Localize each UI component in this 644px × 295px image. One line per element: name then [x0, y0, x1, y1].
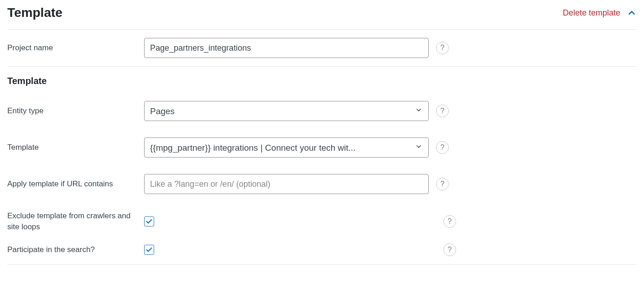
exclude-crawlers-checkbox[interactable] [144, 216, 154, 227]
project-name-input[interactable] [144, 38, 429, 58]
help-icon[interactable]: ? [436, 141, 449, 154]
question-mark-icon: ? [441, 44, 445, 52]
entity-type-select[interactable]: Pages [144, 101, 429, 121]
collapse-toggle[interactable] [627, 8, 637, 18]
question-mark-icon: ? [441, 180, 445, 188]
divider [7, 264, 637, 265]
chevron-up-icon [627, 8, 637, 18]
help-icon[interactable]: ? [443, 215, 456, 228]
question-mark-icon: ? [448, 217, 452, 226]
template-subheading: Template [7, 67, 637, 93]
check-icon [145, 218, 153, 225]
apply-url-input[interactable] [144, 174, 429, 194]
participate-search-label: Participate in the search? [7, 244, 144, 255]
template-select[interactable]: {{mpg_partner}} integrations | Connect y… [144, 137, 429, 158]
page-title: Template [7, 5, 62, 20]
question-mark-icon: ? [441, 107, 445, 115]
check-icon [145, 246, 153, 253]
template-select-label: Template [7, 142, 144, 153]
help-icon[interactable]: ? [436, 42, 449, 54]
question-mark-icon: ? [448, 246, 452, 254]
apply-url-label: Apply template if URL contains [7, 179, 144, 190]
delete-template-link[interactable]: Delete template [563, 8, 620, 18]
help-icon[interactable]: ? [443, 243, 456, 256]
exclude-crawlers-label: Exclude template from crawlers and site … [7, 211, 144, 232]
participate-search-checkbox[interactable] [144, 245, 154, 255]
entity-type-label: Entity type [7, 105, 144, 116]
help-icon[interactable]: ? [436, 105, 449, 117]
question-mark-icon: ? [441, 143, 445, 152]
help-icon[interactable]: ? [436, 178, 449, 190]
project-name-label: Project name [7, 42, 144, 53]
